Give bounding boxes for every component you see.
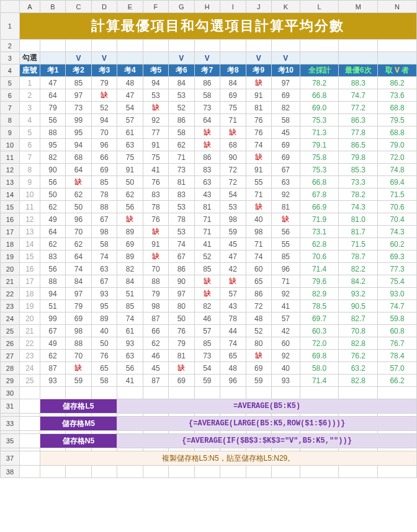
score-cell[interactable]: 67 (91, 275, 117, 288)
score-cell[interactable]: 69 (91, 164, 117, 176)
score-cell[interactable]: 43 (194, 188, 220, 201)
seat-cell[interactable]: 12 (19, 213, 40, 226)
score-cell[interactable]: 46 (194, 313, 220, 325)
score-cell[interactable]: 52 (194, 250, 220, 263)
calc-v[interactable]: 66.2 (378, 375, 417, 387)
calc-v[interactable]: 68.8 (378, 126, 417, 139)
score-cell[interactable]: 99 (66, 114, 91, 126)
score-cell[interactable]: 缺 (246, 151, 271, 164)
score-cell[interactable]: 97 (272, 77, 300, 89)
score-cell[interactable]: 89 (117, 226, 143, 238)
calc-v[interactable]: 70.4 (378, 213, 417, 226)
calc-all[interactable]: 60.3 (300, 325, 339, 337)
calc-best[interactable]: 81.7 (339, 226, 378, 238)
calc-best[interactable]: 82.8 (339, 337, 378, 350)
score-cell[interactable]: 74 (66, 263, 91, 275)
score-cell[interactable]: 62 (66, 188, 91, 201)
score-cell[interactable]: 70 (66, 350, 91, 362)
seat-cell[interactable]: 11 (19, 201, 40, 213)
score-cell[interactable]: 65 (91, 362, 117, 375)
empty-cell[interactable] (40, 40, 65, 52)
check-mark[interactable] (143, 52, 168, 64)
col-header[interactable]: H (194, 1, 220, 13)
calc-best[interactable]: 81.0 (339, 213, 378, 226)
score-cell[interactable]: 49 (40, 337, 65, 350)
calc-v[interactable]: 59.8 (378, 313, 417, 325)
score-cell[interactable]: 79 (66, 300, 91, 313)
check-mark[interactable]: V (169, 52, 194, 64)
score-cell[interactable]: 50 (40, 188, 65, 201)
check-mark[interactable]: V (272, 52, 300, 64)
score-cell[interactable]: 66 (143, 325, 168, 337)
score-cell[interactable]: 76 (91, 350, 117, 362)
score-cell[interactable]: 73 (194, 102, 220, 114)
score-cell[interactable]: 55 (246, 176, 271, 188)
score-cell[interactable]: 92 (272, 288, 300, 300)
seat-cell[interactable]: 5 (19, 126, 40, 139)
calc-v[interactable]: 75.4 (378, 275, 417, 288)
seat-cell[interactable]: 16 (19, 263, 40, 275)
hdr-test[interactable]: 考7 (194, 64, 220, 77)
seat-cell[interactable]: 19 (19, 300, 40, 313)
score-cell[interactable]: 40 (246, 213, 271, 226)
score-cell[interactable]: 64 (194, 114, 220, 126)
score-cell[interactable]: 87 (143, 375, 168, 387)
score-cell[interactable]: 缺 (194, 139, 220, 151)
score-cell[interactable]: 69 (272, 89, 300, 102)
score-cell[interactable]: 89 (117, 250, 143, 263)
calc-v[interactable]: 69.3 (378, 250, 417, 263)
score-cell[interactable]: 62 (40, 350, 65, 362)
calc-all[interactable]: 79.1 (300, 139, 339, 151)
calc-v[interactable]: 57.0 (378, 362, 417, 375)
score-cell[interactable]: 78 (220, 313, 246, 325)
hdr-test[interactable]: 考2 (66, 64, 91, 77)
check-mark[interactable] (117, 52, 143, 64)
score-cell[interactable]: 91 (117, 164, 143, 176)
calc-v[interactable]: 72.0 (378, 151, 417, 164)
score-cell[interactable]: 84 (169, 77, 194, 89)
calc-best[interactable]: 88.3 (339, 77, 378, 89)
score-cell[interactable]: 57 (117, 114, 143, 126)
score-cell[interactable]: 78 (143, 201, 168, 213)
score-cell[interactable]: 79 (91, 77, 117, 89)
check-mark[interactable] (220, 52, 246, 64)
empty-cell[interactable] (117, 40, 143, 52)
score-cell[interactable]: 67 (169, 250, 194, 263)
score-cell[interactable]: 78 (91, 188, 117, 201)
score-cell[interactable]: 86 (246, 288, 271, 300)
score-cell[interactable]: 86 (194, 151, 220, 164)
score-cell[interactable]: 45 (220, 238, 246, 250)
score-cell[interactable]: 81 (272, 201, 300, 213)
calc-all[interactable]: 71.4 (300, 375, 339, 387)
calc-v[interactable]: 86.2 (378, 77, 417, 89)
calc-v[interactable]: 77.3 (378, 263, 417, 275)
score-cell[interactable]: 73 (66, 102, 91, 114)
score-cell[interactable]: 60 (246, 263, 271, 275)
score-cell[interactable]: 98 (91, 226, 117, 238)
score-cell[interactable]: 69 (246, 362, 271, 375)
score-cell[interactable]: 70 (66, 226, 91, 238)
score-cell[interactable]: 82 (117, 263, 143, 275)
score-cell[interactable]: 74 (246, 250, 271, 263)
score-cell[interactable]: 83 (194, 164, 220, 176)
seat-cell[interactable]: 9 (19, 176, 40, 188)
score-cell[interactable]: 62 (40, 238, 65, 250)
score-cell[interactable]: 59 (194, 375, 220, 387)
score-cell[interactable]: 92 (272, 350, 300, 362)
score-cell[interactable]: 98 (220, 213, 246, 226)
score-cell[interactable]: 95 (91, 300, 117, 313)
score-cell[interactable]: 56 (117, 201, 143, 213)
empty-cell[interactable] (143, 40, 168, 52)
seat-cell[interactable]: 15 (19, 250, 40, 263)
score-cell[interactable]: 75 (117, 151, 143, 164)
score-cell[interactable]: 94 (91, 114, 117, 126)
calc-all[interactable]: 78.2 (300, 77, 339, 89)
score-cell[interactable]: 62 (169, 139, 194, 151)
calc-best[interactable]: 79.8 (339, 151, 378, 164)
formula-text[interactable]: {=AVERAGE(LARGE(B5:K5,ROW($1:$6)))} (117, 417, 417, 431)
score-cell[interactable]: 93 (91, 288, 117, 300)
empty-cell[interactable] (339, 40, 378, 52)
score-cell[interactable]: 97 (66, 288, 91, 300)
seat-cell[interactable]: 13 (19, 226, 40, 238)
score-cell[interactable]: 57 (220, 288, 246, 300)
